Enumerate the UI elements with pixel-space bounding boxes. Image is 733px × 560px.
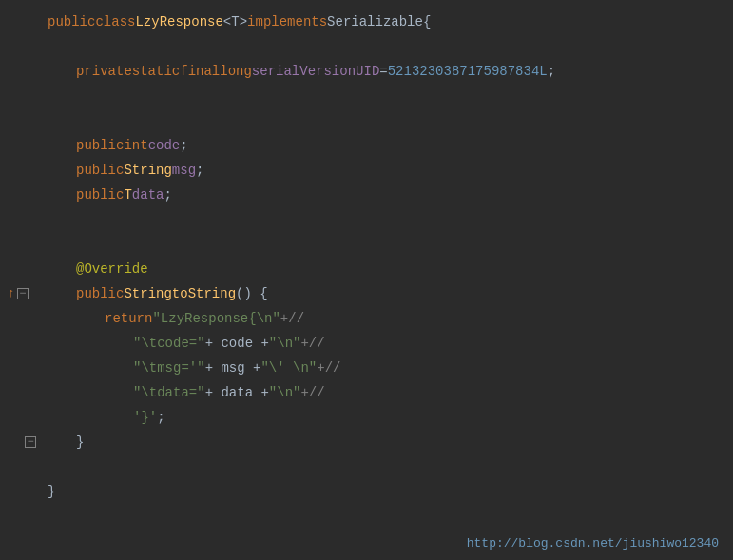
- token: '}': [133, 405, 157, 430]
- code-line: public String msg;: [48, 158, 733, 183]
- token: +//: [280, 306, 304, 331]
- fold-icon[interactable]: −: [17, 288, 29, 299]
- token: {: [423, 10, 431, 34]
- code-line: [48, 84, 733, 108]
- code-line: "\tmsg='" + msg + "\' \n" +//: [48, 356, 733, 380]
- code-line: [48, 108, 733, 133]
- token: + code +: [205, 331, 269, 356]
- code-line: '}' ;: [48, 405, 733, 430]
- token: "LzyResponse{\n": [152, 306, 280, 331]
- token: "\n": [269, 331, 301, 356]
- token: +//: [317, 356, 340, 380]
- token: code: [148, 133, 181, 158]
- token: T: [124, 183, 131, 207]
- token: Serializable: [327, 10, 423, 34]
- code-line: [48, 207, 733, 232]
- code-line: [48, 232, 733, 257]
- token: serialVersionUID: [252, 59, 379, 84]
- token: String: [124, 281, 171, 306]
- code-content: public class LzyResponse<T> implements S…: [0, 0, 733, 513]
- token: +//: [300, 380, 324, 405]
- token: ;: [164, 183, 171, 207]
- code-line: [48, 34, 733, 59]
- token: () {: [236, 281, 268, 306]
- token: +//: [300, 331, 324, 356]
- token: 5213230387175987834L: [388, 59, 548, 84]
- token: toString: [172, 281, 236, 306]
- url-text: http://blog.csdn.net/jiushiwo12340: [467, 536, 719, 550]
- token: data: [132, 183, 164, 207]
- token: ;: [180, 133, 187, 158]
- gutter-fold: −: [25, 436, 36, 448]
- token: String: [124, 158, 171, 183]
- token: static: [132, 59, 180, 84]
- token: public: [76, 158, 124, 183]
- token: LzyResponse: [135, 10, 222, 34]
- token: "\n": [269, 380, 301, 405]
- token: "\tdata=": [133, 380, 205, 405]
- code-editor: public class LzyResponse<T> implements S…: [0, 0, 733, 560]
- token: "\' \n": [260, 356, 317, 380]
- token: int: [124, 133, 147, 158]
- token: }: [76, 430, 84, 454]
- token: + data +: [205, 380, 269, 405]
- token: long: [220, 59, 252, 84]
- token: ;: [196, 158, 203, 183]
- code-line: ↑−public String toString() {: [48, 281, 733, 306]
- token: public: [76, 183, 124, 207]
- fold-icon[interactable]: −: [25, 436, 36, 448]
- token: public: [76, 281, 124, 306]
- token: =: [379, 59, 387, 84]
- code-line: @Override: [48, 257, 733, 281]
- token: final: [180, 59, 220, 84]
- code-line: }: [48, 479, 733, 504]
- gutter-icons: ↑−: [8, 281, 29, 306]
- token: private: [76, 59, 132, 84]
- code-line: "\tcode=" + code + "\n" +//: [48, 331, 733, 356]
- token: "\tmsg='": [133, 356, 205, 380]
- token: public: [48, 10, 95, 34]
- token: public: [76, 133, 124, 158]
- token: msg: [172, 158, 196, 183]
- code-line: public class LzyResponse<T> implements S…: [48, 10, 733, 34]
- token: "\tcode=": [133, 331, 205, 356]
- code-line: −}: [48, 430, 733, 454]
- code-line: [48, 454, 733, 479]
- token: class: [95, 10, 135, 34]
- token: }: [48, 479, 55, 504]
- code-line: return "LzyResponse{\n" +//: [48, 306, 733, 331]
- token: return: [105, 306, 152, 331]
- token: ;: [157, 405, 164, 430]
- token: <T>: [223, 10, 247, 34]
- code-line: public T data;: [48, 183, 733, 207]
- token: ;: [548, 59, 555, 84]
- code-line: private static final long serialVersionU…: [48, 59, 733, 84]
- arrow-icon: ↑: [8, 281, 15, 306]
- token: @Override: [76, 257, 148, 281]
- token: implements: [247, 10, 327, 34]
- code-line: public int code;: [48, 133, 733, 158]
- code-line: "\tdata=" + data + "\n" +//: [48, 380, 733, 405]
- token: + msg +: [205, 356, 261, 380]
